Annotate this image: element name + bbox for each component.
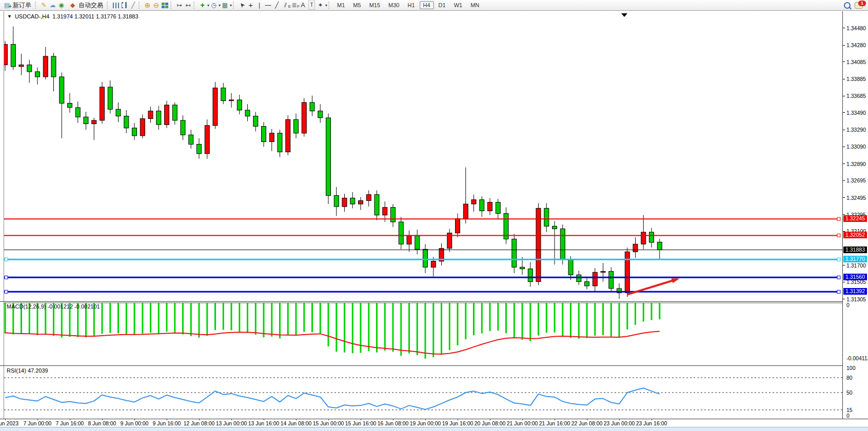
macd-histogram-bar (432, 303, 434, 357)
line-end-marker[interactable] (837, 234, 840, 237)
timeframe-w1[interactable]: W1 (450, 1, 466, 9)
macd-histogram-bar (109, 303, 111, 333)
zoom-in-icon[interactable] (143, 1, 152, 9)
templates-icon[interactable] (221, 1, 229, 9)
candlestick-bull (625, 252, 629, 293)
price-tick-mark (843, 130, 845, 130)
macd-panel[interactable]: MACD(12,26,9) -0.001212 -0.002101 (4, 302, 842, 365)
community-icon[interactable] (48, 1, 57, 9)
price-tick-mark (843, 299, 845, 299)
line-end-marker[interactable] (837, 217, 840, 220)
main-toolbar: 新订单 自动交易 ▾ ▾ ▾ (0, 0, 868, 11)
line-start-marker[interactable] (5, 276, 8, 279)
main-price-panel[interactable]: ▼ USDCAD-,H4 1.31974 1.32011 1.31776 1.3… (4, 11, 842, 301)
chart-window: ▼ USDCAD-,H4 1.31974 1.32011 1.31776 1.3… (0, 10, 868, 427)
candlestick-bull (633, 244, 638, 252)
shapes-tool-icon[interactable] (316, 1, 325, 9)
trend-arrow-head[interactable] (672, 278, 680, 283)
line-start-marker[interactable] (5, 290, 8, 293)
macd-histogram-bar (295, 303, 297, 336)
toolbar-separator (233, 2, 236, 9)
auto-scroll-icon[interactable] (175, 1, 184, 9)
rsi-panel[interactable]: RSI(14) 47.2039 (4, 366, 842, 419)
bar-chart-icon[interactable] (111, 1, 120, 9)
time-axis[interactable]: 6 Jun 20237 Jun 00:007 Jun 16:008 Jun 08… (4, 419, 842, 427)
candlestick-bull (359, 200, 363, 204)
macd-histogram-bar (5, 303, 6, 334)
candlestick-bull (165, 105, 169, 125)
line-end-marker[interactable] (837, 276, 840, 279)
timeframe-m1[interactable]: M1 (333, 1, 348, 9)
rsi-axis-label: 0 (846, 413, 850, 419)
vertical-line-icon[interactable] (255, 1, 264, 9)
timeframe-m5[interactable]: M5 (349, 1, 364, 9)
macd-histogram-bar (586, 303, 588, 338)
label-tool-icon[interactable] (307, 1, 316, 9)
price-tick-label: 1.34280 (846, 42, 866, 48)
macd-histogram-bar (223, 303, 224, 330)
signals-icon[interactable] (57, 1, 66, 9)
price-tick-label: 1.33090 (846, 143, 866, 150)
macd-histogram-bar (554, 303, 556, 333)
fibonacci-icon[interactable] (290, 1, 299, 9)
autotrading-label: 自动交易 (78, 1, 103, 10)
timeframe-h1[interactable]: H1 (404, 1, 418, 9)
cursor-icon[interactable] (238, 1, 246, 9)
macd-histogram-bar (635, 303, 636, 325)
timeframe-m30[interactable]: M30 (385, 1, 403, 9)
line-end-marker[interactable] (837, 290, 840, 293)
candlestick-bull (471, 200, 476, 204)
candlestick-bear (156, 111, 161, 125)
macd-histogram-bar (481, 303, 483, 334)
candlestick-bear (278, 133, 282, 152)
timeframe-group: M1 M5 M15 M30 H1 H4 D1 W1 MN (333, 0, 483, 10)
timeframe-h4[interactable]: H4 (420, 1, 434, 9)
macd-histogram-bar (166, 303, 168, 332)
notifications-icon[interactable]: 1 (855, 2, 863, 9)
price-tick-label: 1.33490 (846, 110, 866, 116)
macd-histogram-bar (158, 303, 160, 333)
indicators-icon[interactable] (198, 1, 207, 9)
macd-histogram-bar (384, 303, 386, 351)
rsi-axis-label: 50 (846, 389, 853, 396)
horizontal-line-icon[interactable] (264, 1, 272, 9)
candlestick-bear (326, 118, 331, 196)
candlestick-bull (366, 195, 371, 201)
macd-histogram-bar (174, 303, 175, 333)
macd-histogram-bar (206, 303, 208, 336)
line-end-marker[interactable] (837, 258, 840, 261)
chart-shift-marker[interactable] (621, 13, 627, 17)
equidistant-channel-icon[interactable] (281, 1, 290, 9)
timeframe-d1[interactable]: D1 (435, 1, 449, 9)
macd-label: MACD(12,26,9) -0.001212 -0.002101 (7, 303, 100, 310)
timeframe-mn[interactable]: MN (467, 1, 483, 9)
chart-shift-icon[interactable] (184, 1, 192, 9)
price-axis[interactable]: 1.344801.342801.340851.338851.336851.334… (842, 11, 868, 419)
macd-histogram-bar (578, 303, 580, 339)
line-start-marker[interactable] (5, 258, 8, 261)
symbol-dropdown-icon[interactable]: ▼ (7, 14, 12, 19)
line-chart-icon[interactable] (129, 1, 137, 9)
macd-histogram-bar (247, 303, 248, 333)
metaeditor-icon[interactable] (40, 1, 48, 9)
autotrading-button[interactable]: 自动交易 (66, 0, 106, 10)
macd-histogram-bar (271, 303, 272, 337)
zoom-out-icon[interactable] (152, 1, 161, 9)
new-order-button[interactable]: 新订单 (0, 0, 34, 10)
macd-histogram-bar (417, 303, 418, 355)
candlestick-bull (229, 100, 234, 101)
trendline-icon[interactable] (272, 1, 281, 9)
toolbar-separator (35, 2, 38, 9)
crosshair-icon[interactable] (246, 1, 255, 9)
candlestick-bull (593, 272, 597, 286)
text-tool-icon[interactable] (299, 1, 307, 9)
timeframe-m15[interactable]: M15 (366, 1, 384, 9)
search-icon[interactable] (844, 2, 851, 9)
macd-histogram-bar (562, 303, 563, 336)
macd-histogram-bar (190, 303, 192, 336)
candlestick-chart-icon[interactable] (120, 1, 129, 9)
candlestick-bear (528, 269, 532, 282)
periods-icon[interactable] (209, 1, 218, 9)
tile-windows-icon[interactable] (161, 1, 169, 9)
price-tick-mark (843, 96, 845, 96)
